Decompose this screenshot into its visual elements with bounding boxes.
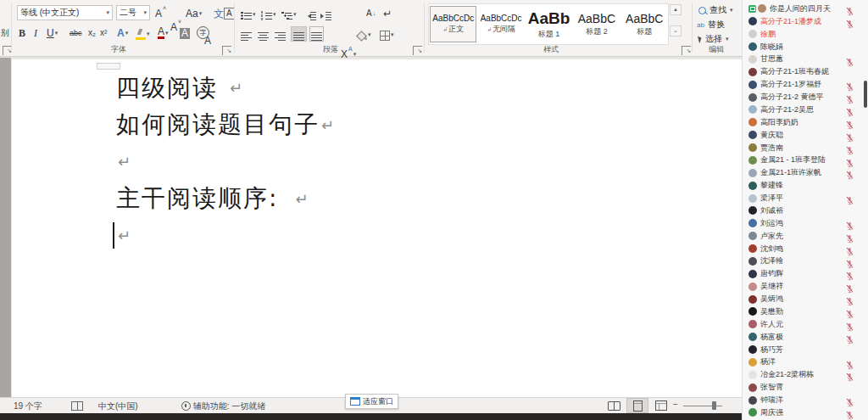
- participant-row[interactable]: 金属21 - 1班李登陆: [743, 154, 868, 167]
- style-card[interactable]: AaBbCcDc ↲正文: [430, 6, 476, 42]
- fit-window-button[interactable]: 适应窗口: [345, 394, 398, 409]
- proofing-icon[interactable]: [71, 401, 83, 412]
- find-button[interactable]: 查找▾: [698, 4, 733, 16]
- decrease-indent-icon[interactable]: [305, 7, 316, 20]
- print-layout-button[interactable]: [627, 399, 648, 412]
- text-effects-icon[interactable]: A▾: [117, 25, 128, 39]
- styles-more-icon[interactable]: ⌄: [670, 25, 682, 36]
- participant-row[interactable]: 杨洋: [743, 356, 868, 369]
- participant-row[interactable]: 沈剑鸣: [743, 243, 868, 255]
- chevron-down-icon[interactable]: ▾: [103, 9, 109, 16]
- participant-row[interactable]: 吴炳鸿: [743, 293, 868, 305]
- participant-row[interactable]: 吴懋勤: [743, 305, 868, 318]
- paragraph-mark-icon: ↵: [230, 79, 242, 97]
- numbering-icon[interactable]: ▾: [261, 7, 276, 20]
- replace-button[interactable]: ab替换: [697, 19, 725, 31]
- font-size-combo[interactable]: 二号 ▾: [116, 5, 150, 20]
- participant-row[interactable]: 刘诚裕: [743, 204, 868, 217]
- participant-row[interactable]: 黄庆聪: [743, 129, 868, 142]
- panel-scrollbar-thumb[interactable]: [864, 81, 867, 108]
- document-line: 主干阅读顺序: ↵: [116, 181, 334, 218]
- font-dialog-launcher-icon[interactable]: ↘: [222, 46, 231, 55]
- participant-row[interactable]: 卢家先: [743, 230, 868, 243]
- participant-row[interactable]: 许人元: [743, 318, 868, 331]
- avatar: [748, 42, 757, 51]
- justify-icon[interactable]: [292, 27, 306, 41]
- select-button[interactable]: 选择▾: [698, 33, 729, 45]
- participant-row[interactable]: 张智霄: [743, 381, 868, 394]
- sort-icon[interactable]: A↓: [366, 6, 376, 20]
- word-count[interactable]: 19 个字: [14, 400, 42, 412]
- participant-row[interactable]: 高阳李奶奶: [743, 116, 868, 129]
- italic-button[interactable]: I: [34, 25, 37, 39]
- participant-row[interactable]: 杨巧芳: [743, 344, 868, 356]
- participant-row[interactable]: 沈泽翰: [743, 255, 868, 268]
- participant-row[interactable]: 冶金21-2梁桐栋: [743, 368, 868, 381]
- line-text: 主干阅读顺序:: [116, 182, 278, 215]
- participant-row[interactable]: 徐鹏: [743, 28, 868, 41]
- enclose-characters-icon[interactable]: 字: [197, 25, 209, 39]
- mic-muted-icon[interactable]: [846, 408, 854, 420]
- align-left-icon[interactable]: [241, 27, 252, 41]
- increase-indent-icon[interactable]: [320, 7, 331, 20]
- subscript-button[interactable]: x₂: [88, 25, 96, 39]
- participant-row[interactable]: 高分子21-2吴思: [743, 104, 868, 116]
- zoom-out-button[interactable]: −: [673, 400, 678, 409]
- character-border-icon[interactable]: A: [224, 6, 235, 20]
- superscript-button[interactable]: x²: [100, 25, 107, 39]
- participant-row[interactable]: 高分子21-1罗福舒: [743, 78, 868, 91]
- participant-row[interactable]: 唐钧辉: [743, 267, 868, 280]
- font-color-icon[interactable]: A▾: [158, 25, 169, 39]
- zoom-slider-track[interactable]: [683, 406, 722, 406]
- style-card[interactable]: AaBbC 标题: [621, 6, 668, 42]
- status-bar: 19 个字 中文(中国) 辅助功能: 一切就绪 −: [0, 397, 868, 413]
- style-card[interactable]: AaBbC 标题 2: [573, 6, 620, 42]
- participant-row[interactable]: 甘思蕙: [743, 53, 868, 66]
- underline-button[interactable]: U▾: [47, 25, 58, 39]
- avatar: [748, 118, 757, 126]
- read-mode-button[interactable]: [604, 399, 624, 412]
- page-top-marker: [97, 63, 120, 70]
- participant-row[interactable]: 周庆强: [743, 406, 868, 419]
- participant-row[interactable]: 刘运鸿: [743, 217, 868, 230]
- participant-row[interactable]: 黎建锋: [743, 179, 868, 192]
- character-shading-icon[interactable]: A: [180, 25, 190, 39]
- participant-name: 吴继祥: [760, 281, 783, 292]
- show-hide-marks-icon[interactable]: ↵: [383, 6, 392, 20]
- bold-button[interactable]: B: [19, 25, 25, 39]
- document-page[interactable]: 四级阅读 ↵ 如何阅读题目句子 ↵ ↵ 主干阅读顺序: ↵ ↵: [12, 59, 868, 397]
- avatar: [748, 320, 757, 328]
- participant-row[interactable]: 梁泽平: [743, 192, 868, 204]
- shading-bucket-icon[interactable]: ▾: [356, 27, 371, 41]
- participant-row[interactable]: 金属21-1班许家帆: [743, 166, 868, 179]
- chevron-down-icon[interactable]: ▾: [141, 9, 147, 16]
- accessibility-status[interactable]: 辅助功能: 一切就绪: [181, 400, 265, 412]
- participant-row[interactable]: 高分子21-1班韦春妮: [743, 65, 868, 78]
- participant-row[interactable]: 你是人间的四月天: [743, 3, 868, 15]
- multilevel-list-icon[interactable]: ▾: [281, 7, 297, 20]
- change-case-icon[interactable]: Aa▾: [186, 6, 202, 20]
- participant-row[interactable]: 陈晓娟: [743, 41, 868, 53]
- zoom-slider-handle[interactable]: [712, 401, 716, 410]
- strikethrough-button[interactable]: abc: [70, 25, 82, 39]
- paragraph-dialog-launcher-icon[interactable]: ↘: [413, 46, 422, 55]
- font-name-combo[interactable]: 等线 (中文正文) ▾: [17, 5, 113, 20]
- participant-row[interactable]: 吴继祥: [743, 280, 868, 293]
- participant-row[interactable]: 高分子21-2 黄德平: [743, 91, 868, 104]
- participant-row[interactable]: 杨富极: [743, 331, 868, 344]
- align-center-icon[interactable]: [258, 27, 269, 41]
- align-right-icon[interactable]: [275, 27, 286, 41]
- bullets-icon[interactable]: ▾: [241, 7, 256, 20]
- phonetic-guide-icon[interactable]: 文: [214, 6, 224, 20]
- borders-icon[interactable]: ▾: [380, 27, 394, 41]
- language-status[interactable]: 中文(中国): [98, 400, 138, 412]
- style-card[interactable]: AaBbCcDc ↲无间隔: [477, 6, 524, 42]
- style-card[interactable]: AaBb 标题 1: [526, 6, 572, 42]
- highlight-color-icon[interactable]: ▾: [136, 26, 150, 40]
- participant-row[interactable]: 钟瑞洋: [743, 394, 868, 406]
- styles-scroll-up-icon[interactable]: ▴: [670, 4, 682, 15]
- distributed-icon[interactable]: [310, 27, 323, 41]
- participant-row[interactable]: 高分子21-1潘梦成: [743, 15, 868, 28]
- web-layout-button[interactable]: [651, 399, 671, 412]
- participant-row[interactable]: 贾浩南: [743, 142, 868, 154]
